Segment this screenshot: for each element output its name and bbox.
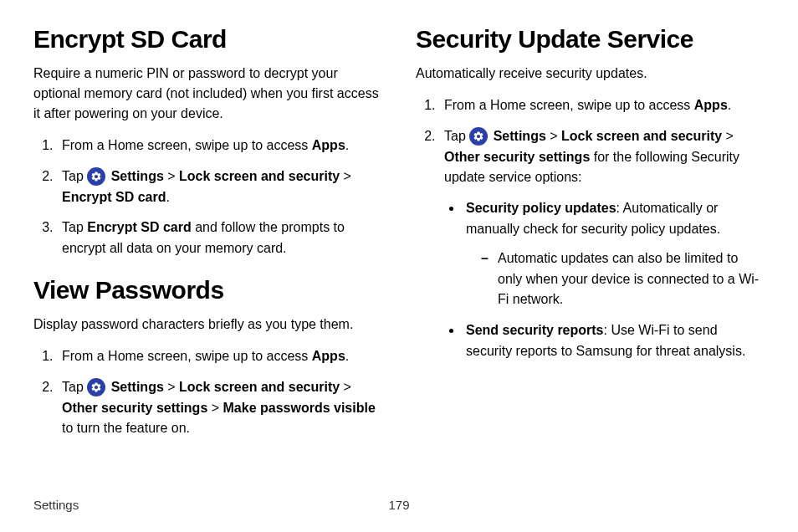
- step-text: .: [345, 349, 349, 363]
- security-policy-updates-label: Security policy updates: [466, 201, 616, 215]
- sub-list: Automatic updates can also be limited to…: [466, 248, 765, 310]
- step-text: Tap: [62, 380, 87, 394]
- list-item: Automatic updates can also be limited to…: [481, 248, 765, 310]
- step-text: .: [345, 138, 349, 152]
- step-text: .: [166, 190, 169, 204]
- page-footer: Settings 179: [33, 498, 765, 512]
- encrypt-sd-label: Encrypt SD card: [87, 220, 191, 234]
- steps-view-passwords: From a Home screen, swipe up to access A…: [33, 346, 382, 439]
- breadcrumb-separator: >: [207, 401, 223, 415]
- list-item: Security policy updates: Automatically o…: [463, 198, 765, 310]
- settings-label: Settings: [107, 169, 164, 183]
- breadcrumb-separator: >: [340, 380, 351, 394]
- step-text: .: [728, 98, 731, 112]
- step-item: From a Home screen, swipe up to access A…: [439, 95, 765, 116]
- breadcrumb-separator: >: [546, 129, 561, 143]
- make-passwords-visible-label: Make passwords visible: [223, 401, 376, 415]
- apps-label: Apps: [312, 138, 345, 152]
- settings-label: Settings: [107, 380, 164, 394]
- intro-security-update-service: Automatically receive security updates.: [416, 64, 765, 84]
- other-security-label: Other security settings: [62, 401, 207, 415]
- content-columns: Encrypt SD Card Require a numeric PIN or…: [33, 25, 765, 449]
- step-text: From a Home screen, swipe up to access: [62, 349, 312, 363]
- breadcrumb-separator: >: [722, 129, 734, 143]
- step-item: Tap Encrypt SD card and follow the promp…: [57, 217, 382, 259]
- sub-text: Automatic updates can also be limited to…: [498, 251, 759, 307]
- settings-icon: [87, 167, 105, 186]
- step-text: From a Home screen, swipe up to access: [444, 98, 694, 112]
- footer-section-label: Settings: [33, 498, 79, 512]
- settings-icon: [469, 127, 488, 146]
- breadcrumb-separator: >: [164, 380, 179, 394]
- step-text: to turn the feature on.: [62, 421, 190, 435]
- breadcrumb-separator: >: [340, 169, 351, 183]
- step-item: Tap Settings > Lock screen and security …: [57, 166, 382, 208]
- settings-label: Settings: [489, 129, 546, 143]
- other-security-label: Other security settings: [444, 150, 590, 164]
- step-text: Tap: [444, 129, 469, 143]
- steps-encrypt-sd-card: From a Home screen, swipe up to access A…: [33, 136, 382, 259]
- left-column: Encrypt SD Card Require a numeric PIN or…: [33, 25, 382, 449]
- send-security-reports-label: Send security reports: [466, 323, 604, 337]
- footer-page-number: 179: [388, 498, 409, 512]
- right-column: Security Update Service Automatically re…: [416, 25, 765, 449]
- step-text: Tap: [62, 220, 87, 234]
- step-item: Tap Settings > Lock screen and security …: [57, 377, 382, 439]
- section-view-passwords: View Passwords Display password characte…: [33, 276, 382, 439]
- lock-screen-label: Lock screen and security: [179, 380, 340, 394]
- apps-label: Apps: [694, 98, 728, 112]
- step-item: From a Home screen, swipe up to access A…: [57, 346, 382, 367]
- heading-encrypt-sd-card: Encrypt SD Card: [33, 25, 382, 54]
- list-item: Send security reports: Use Wi-Fi to send…: [463, 320, 765, 362]
- step-item: From a Home screen, swipe up to access A…: [57, 136, 382, 156]
- apps-label: Apps: [312, 349, 345, 363]
- heading-view-passwords: View Passwords: [33, 276, 382, 304]
- lock-screen-label: Lock screen and security: [179, 169, 340, 183]
- step-text: From a Home screen, swipe up to access: [62, 138, 312, 152]
- settings-icon: [87, 378, 105, 396]
- breadcrumb-separator: >: [164, 169, 179, 183]
- encrypt-sd-label: Encrypt SD card: [62, 190, 166, 204]
- step-item: Tap Settings > Lock screen and security …: [439, 126, 765, 362]
- intro-encrypt-sd-card: Require a numeric PIN or password to dec…: [33, 64, 382, 124]
- heading-security-update-service: Security Update Service: [416, 25, 765, 54]
- options-list: Security policy updates: Automatically o…: [444, 198, 765, 362]
- intro-view-passwords: Display password characters briefly as y…: [33, 315, 382, 335]
- step-text: Tap: [62, 169, 87, 183]
- lock-screen-label: Lock screen and security: [561, 129, 722, 143]
- steps-security-update-service: From a Home screen, swipe up to access A…: [416, 95, 765, 362]
